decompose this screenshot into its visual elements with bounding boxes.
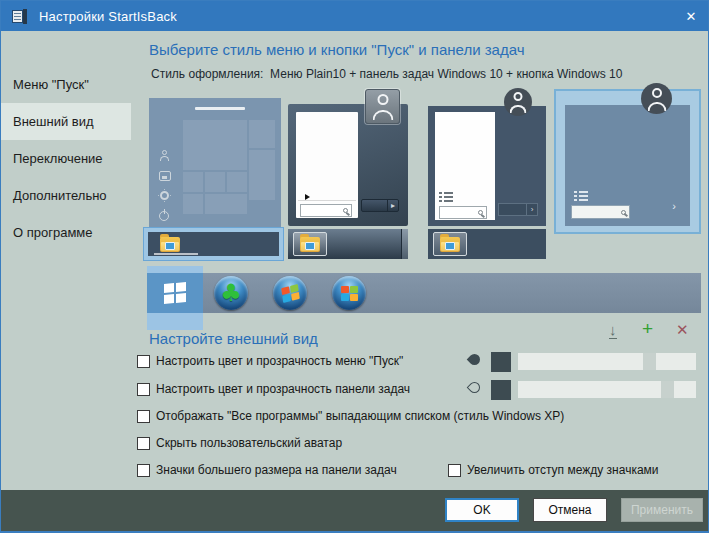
taskbar-style-windows7-aero[interactable] — [288, 229, 408, 259]
folder-icon — [300, 237, 320, 252]
slider-thumb[interactable] — [643, 353, 656, 370]
checkbox-all-programs-xp[interactable] — [137, 410, 150, 423]
title-bar[interactable]: Настройки StartIsBack ✕ — [1, 1, 708, 31]
taskbar-opacity-slider[interactable] — [518, 381, 696, 398]
taskbar-color-swatch[interactable] — [491, 380, 511, 400]
all-programs-list-icon — [574, 191, 588, 201]
sidebar-item-appearance[interactable]: Внешний вид — [1, 103, 131, 140]
checkbox-row-large-icons: Значки большего размера на панели задач — [137, 463, 397, 477]
windows10-flag-icon[interactable] — [164, 282, 186, 304]
search-icon — [621, 210, 626, 215]
checkbox-label: Отображать "Все программы" выпадающим сп… — [156, 409, 564, 423]
chevron-right-icon: › — [672, 200, 676, 212]
cancel-button[interactable]: Отмена — [533, 498, 607, 522]
sidebar-item-label: Меню "Пуск" — [13, 77, 89, 92]
checkbox-label: Значки большего размера на панели задач — [156, 463, 397, 477]
person-icon — [504, 88, 532, 116]
checkbox-label: Увеличить отступ между значками — [467, 463, 659, 477]
current-style-value: Меню Plain10 + панель задач Windows 10 +… — [270, 67, 622, 81]
search-icon — [478, 210, 483, 215]
search-box — [571, 205, 630, 219]
menu-opacity-slider[interactable] — [518, 353, 696, 370]
menu-preview-programs-panel — [296, 112, 358, 218]
tile — [205, 194, 247, 214]
sidebar-item-about[interactable]: О программе — [1, 214, 131, 251]
sidebar-item-label: Внешний вид — [13, 114, 94, 129]
taskbar-style-windows8[interactable] — [428, 229, 546, 259]
menu-color-swatch[interactable] — [491, 352, 511, 372]
start-button-windows7-orb[interactable] — [273, 276, 307, 310]
close-icon: ✕ — [686, 9, 697, 24]
sidebar-item-label: Переключение — [13, 151, 103, 166]
search-icon — [343, 208, 348, 213]
pictures-icon — [159, 171, 171, 181]
app-icon-line — [14, 13, 21, 14]
slider-thumb[interactable] — [661, 381, 674, 398]
folder-icon — [160, 237, 180, 252]
app-icon-line — [14, 19, 21, 20]
apply-button-disabled: Применить — [621, 498, 703, 522]
tile — [183, 194, 203, 214]
start-button-clover-orb[interactable]: ♣ — [214, 276, 248, 310]
checkbox-label: Настроить цвет и прозрачность панели зад… — [156, 382, 410, 396]
explorer-button — [433, 232, 467, 256]
avatar — [504, 88, 532, 116]
close-button[interactable]: ✕ — [674, 1, 708, 31]
show-desktop-strip — [401, 229, 408, 259]
sidebar-item-label: Дополнительно — [13, 188, 107, 203]
remove-style-button[interactable]: ✕ — [676, 322, 689, 337]
sidebar-item-switching[interactable]: Переключение — [1, 140, 131, 177]
shutdown-arrow-icon: › — [526, 204, 537, 215]
checkbox-row-all-programs-xp: Отображать "Все программы" выпадающим сп… — [137, 409, 564, 423]
explorer-button — [293, 232, 327, 256]
remove-icon: ✕ — [676, 321, 689, 338]
ok-button[interactable]: OK — [445, 498, 519, 522]
avatar — [365, 89, 400, 124]
power-icon — [159, 211, 169, 221]
checkbox-label: Скрыть пользовательский аватар — [156, 436, 342, 450]
current-style-label: Стиль оформления: — [151, 67, 263, 81]
checkbox-row-hide-avatar: Скрыть пользовательский аватар — [137, 436, 342, 450]
taskbar-style-windows10-selected[interactable] — [143, 227, 284, 261]
checkbox-large-icons[interactable] — [137, 464, 150, 477]
current-style-line: Стиль оформления: Меню Plain10 + панель … — [151, 67, 622, 81]
download-icon: ↓ — [609, 321, 617, 338]
menu-style-windows10[interactable] — [149, 98, 281, 229]
app-icon-edge — [23, 9, 27, 24]
sidebar-item-start-menu[interactable]: Меню "Пуск" — [1, 66, 131, 103]
checkbox-taskbar-color[interactable] — [137, 383, 150, 396]
shutdown-button: ▸ — [361, 199, 399, 212]
menu-style-plain10-selected[interactable]: › — [554, 89, 701, 234]
import-style-button[interactable]: ↓ — [609, 322, 617, 339]
start-button-windows8-orb[interactable] — [332, 276, 366, 310]
windows8-flag-icon — [341, 286, 358, 301]
app-icon-line — [14, 16, 21, 17]
page-title: Выберите стиль меню и кнопки "Пуск" и па… — [149, 41, 525, 58]
menu-style-windows8[interactable]: › — [428, 106, 546, 226]
section-title-appearance: Настройте внешний вид — [149, 330, 318, 347]
sidebar: Меню "Пуск" Внешний вид Переключение Доп… — [1, 31, 131, 490]
app-icon — [12, 9, 28, 24]
add-style-button[interactable]: + — [642, 319, 653, 338]
checkbox-menu-color[interactable] — [137, 355, 150, 368]
clover-icon: ♣ — [220, 281, 242, 305]
menu-preview: › — [565, 105, 690, 226]
checkbox-label: Настроить цвет и прозрачность меню "Пуск… — [156, 354, 403, 368]
tile — [227, 172, 247, 192]
search-box — [439, 206, 487, 219]
user-icon — [159, 150, 171, 162]
tile — [249, 150, 275, 200]
avatar — [641, 83, 672, 114]
person-icon — [366, 90, 399, 123]
footer-bar: OK Отмена Применить — [1, 490, 708, 531]
opacity-droplet-filled-icon — [467, 352, 483, 368]
checkbox-hide-avatar[interactable] — [137, 437, 150, 450]
opacity-droplet-outline-icon — [467, 380, 483, 396]
checkbox-row-menu-color: Настроить цвет и прозрачность меню "Пуск… — [137, 354, 403, 368]
settings-gear-icon — [160, 191, 169, 200]
tile — [249, 120, 275, 148]
menu-style-windows7-aero[interactable]: ▸ — [288, 104, 408, 226]
checkbox-icon-spacing[interactable] — [448, 464, 461, 477]
sidebar-item-advanced[interactable]: Дополнительно — [1, 177, 131, 214]
checkbox-row-taskbar-color: Настроить цвет и прозрачность панели зад… — [137, 382, 410, 396]
